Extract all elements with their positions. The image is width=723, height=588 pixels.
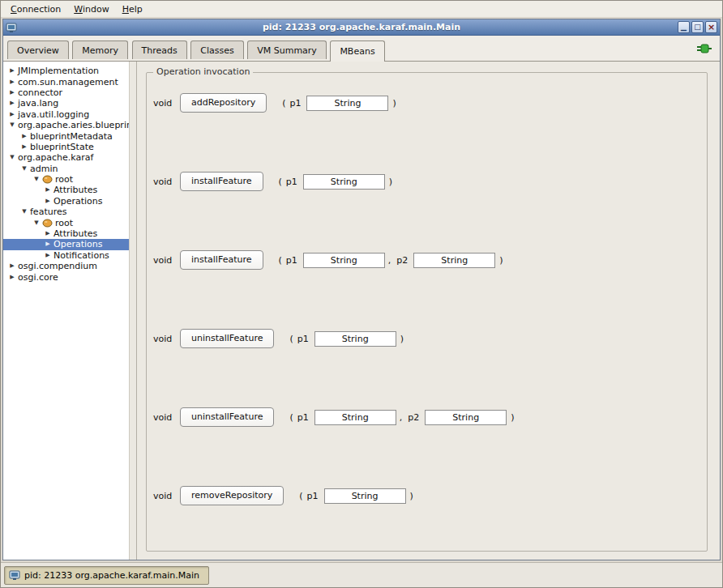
- expander-icon[interactable]: ▶: [44, 228, 52, 239]
- return-type: void: [153, 98, 178, 109]
- return-type: void: [153, 491, 178, 501]
- param-input[interactable]: [324, 488, 406, 504]
- invoke-operation-button[interactable]: installFeature: [180, 250, 263, 270]
- expander-icon[interactable]: ▶: [8, 109, 16, 120]
- tree-item-label: features: [30, 207, 66, 217]
- param-input[interactable]: [314, 331, 396, 347]
- tree-item[interactable]: ▼org.apache.karaf: [3, 152, 136, 163]
- tree-item[interactable]: ▼admin: [3, 164, 136, 174]
- tree-item[interactable]: ▶connector: [3, 87, 136, 98]
- param-label: p1: [297, 334, 309, 344]
- invoke-operation-button[interactable]: uninstallFeature: [180, 329, 274, 348]
- desktop-pane: pid: 21233 org.apache.karaf.main.Main ▁ …: [1, 18, 722, 562]
- param-input[interactable]: [303, 174, 385, 190]
- tree-item[interactable]: ▶osgi.compendium: [3, 261, 136, 271]
- tree-item-label: Attributes: [53, 185, 97, 195]
- tree-item-label: admin: [30, 164, 58, 174]
- paren-close: ): [511, 412, 514, 423]
- param-input[interactable]: [303, 253, 385, 268]
- expander-icon[interactable]: ▼: [8, 152, 16, 163]
- menu-bar: Connection Window Help: [1, 1, 722, 18]
- tree-item-label: JMImplementation: [18, 66, 99, 76]
- invoke-operation-button[interactable]: addRepository: [180, 93, 267, 113]
- invoke-operation-button[interactable]: uninstallFeature: [180, 407, 274, 427]
- expander-icon[interactable]: ▶: [8, 77, 16, 87]
- mbean-tree: ▶JMImplementation ▶com.sun.management ▶c…: [3, 62, 137, 560]
- tree-item[interactable]: ▶java.util.logging: [3, 109, 136, 120]
- param-input[interactable]: [306, 96, 388, 111]
- expander-icon[interactable]: ▶: [8, 261, 16, 271]
- frame-titlebar[interactable]: pid: 21233 org.apache.karaf.main.Main ▁ …: [3, 19, 720, 36]
- maximize-icon[interactable]: □: [691, 21, 704, 33]
- operation-row: void addRepository ( p1 ): [153, 92, 707, 113]
- comma: ,: [388, 255, 391, 266]
- frame-taskbar-button[interactable]: pid: 21233 org.apache.karaf.main.Main: [4, 566, 209, 585]
- operation-row: void installFeature ( p1 ): [153, 171, 707, 192]
- expander-icon[interactable]: ▶: [44, 239, 52, 249]
- expander-icon[interactable]: ▼: [20, 207, 28, 217]
- minimize-icon[interactable]: ▁: [678, 21, 690, 33]
- return-type: void: [153, 255, 178, 266]
- expander-icon[interactable]: ▼: [32, 174, 41, 185]
- menu-window[interactable]: Window: [67, 2, 115, 16]
- param-input[interactable]: [413, 253, 495, 268]
- menu-connection[interactable]: Connection: [4, 2, 67, 16]
- expander-icon[interactable]: ▶: [8, 98, 16, 109]
- expander-icon[interactable]: ▶: [44, 250, 52, 261]
- tree-item[interactable]: ▼features: [3, 207, 136, 217]
- tree-item[interactable]: ▼org.apache.aries.blueprint: [3, 120, 136, 130]
- expander-icon[interactable]: ▶: [44, 196, 52, 207]
- tree-item[interactable]: ▼root: [3, 217, 136, 228]
- expander-icon[interactable]: ▶: [8, 87, 16, 98]
- invoke-operation-button[interactable]: installFeature: [180, 172, 263, 191]
- tree-item[interactable]: ▶JMImplementation: [3, 66, 136, 76]
- tree-vertical-scrollbar[interactable]: [129, 62, 136, 560]
- expander-icon[interactable]: ▶: [8, 272, 16, 283]
- param-label: p1: [297, 412, 309, 423]
- expander-icon[interactable]: ▶: [20, 142, 28, 152]
- tree-item-label: org.apache.karaf: [18, 152, 93, 163]
- expander-icon[interactable]: ▼: [32, 218, 41, 228]
- connection-frame: pid: 21233 org.apache.karaf.main.Main ▁ …: [2, 19, 721, 560]
- expander-icon[interactable]: ▶: [44, 185, 52, 195]
- menu-help[interactable]: Help: [116, 2, 149, 16]
- param-input[interactable]: [314, 410, 396, 425]
- tab-threads[interactable]: Threads: [132, 40, 187, 59]
- tab-classes[interactable]: Classes: [190, 40, 243, 59]
- expander-icon[interactable]: ▶: [8, 66, 16, 76]
- invoke-operation-button[interactable]: removeRepository: [180, 486, 284, 505]
- operation-invocation-group: Operation invocation void addRepository …: [146, 72, 708, 552]
- expander-icon[interactable]: ▶: [20, 131, 28, 142]
- param-input[interactable]: [425, 410, 507, 425]
- return-type: void: [153, 412, 178, 423]
- tree-item[interactable]: ▶com.sun.management: [3, 76, 136, 87]
- tree-item[interactable]: ▶osgi.core: [3, 271, 136, 282]
- tree-item[interactable]: ▶java.lang: [3, 98, 136, 109]
- tree-item[interactable]: ▶blueprintState: [3, 142, 136, 152]
- tree-item[interactable]: ▶Attributes: [3, 185, 136, 195]
- tree-item[interactable]: ▶Operations: [3, 196, 136, 207]
- tree-item[interactable]: ▼root: [3, 174, 136, 185]
- expander-icon[interactable]: ▼: [20, 164, 28, 174]
- param-label: p2: [408, 412, 419, 423]
- paren-open: (: [299, 491, 302, 501]
- tab-overview[interactable]: Overview: [7, 40, 69, 59]
- expander-icon[interactable]: ▼: [8, 120, 16, 130]
- tab-mbeans[interactable]: MBeans: [330, 40, 384, 62]
- jconsole-window: Connection Window Help pid: 21233 org.ap…: [0, 0, 723, 588]
- tree-item[interactable]: ▶blueprintMetadata: [3, 130, 136, 141]
- close-icon[interactable]: ×: [705, 21, 717, 33]
- frame-icon: [6, 21, 19, 34]
- tree-item-label: root: [55, 174, 73, 185]
- tree-item[interactable]: ▶Notifications: [3, 250, 136, 261]
- return-type: void: [153, 177, 178, 187]
- tree-item-operations-selected[interactable]: ▶Operations: [3, 239, 136, 249]
- tree-item-label: com.sun.management: [18, 77, 118, 87]
- tab-memory[interactable]: Memory: [72, 40, 128, 59]
- paren-open: (: [289, 412, 293, 423]
- operation-row: void removeRepository ( p1 ): [153, 485, 707, 506]
- tab-vm-summary[interactable]: VM Summary: [247, 40, 327, 59]
- mbean-icon: [42, 219, 53, 228]
- paren-close: ): [389, 177, 392, 187]
- tree-item[interactable]: ▶Attributes: [3, 228, 136, 239]
